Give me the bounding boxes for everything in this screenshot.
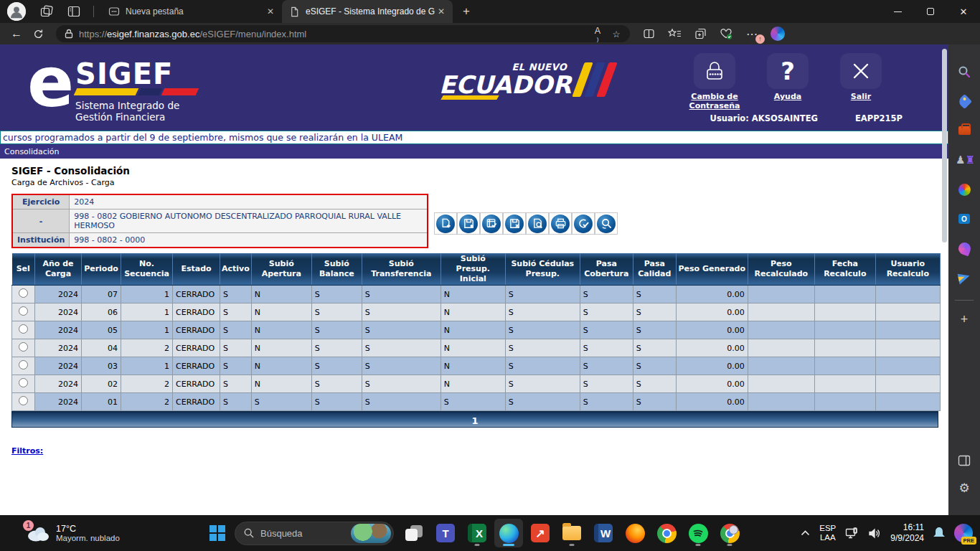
tab-close-icon[interactable]: ✕ <box>435 6 447 17</box>
edge-taskbar-icon[interactable] <box>494 519 523 547</box>
taskbar-search[interactable]: Búsqueda <box>235 522 394 545</box>
collections-icon[interactable] <box>692 25 709 42</box>
tab-esigef[interactable]: eSIGEF - Sistema Integrado de G ✕ <box>282 0 453 23</box>
table-cell <box>814 393 875 411</box>
search-icon[interactable] <box>956 63 973 80</box>
table-cell: N <box>251 339 311 357</box>
exit-button[interactable]: Salir <box>834 53 888 110</box>
excel-taskbar-icon[interactable]: X <box>463 519 491 547</box>
tray-chevron-icon[interactable] <box>801 530 810 536</box>
column-header: Subió Presup. Inicial <box>440 253 505 286</box>
print-button[interactable] <box>549 212 572 235</box>
word-taskbar-icon[interactable]: W <box>589 519 618 547</box>
chrome-taskbar-icon[interactable] <box>652 519 681 547</box>
consult-search-button[interactable] <box>595 212 618 235</box>
table-cell <box>748 339 814 357</box>
back-icon[interactable]: ← <box>6 24 27 43</box>
spotify-taskbar-icon[interactable] <box>684 519 712 547</box>
filters-link[interactable]: Filtros: <box>11 446 43 456</box>
drop-icon[interactable] <box>956 269 973 286</box>
row-select-radio[interactable] <box>19 360 28 369</box>
file-explorer-taskbar-icon[interactable] <box>557 519 586 547</box>
row-select-radio[interactable] <box>19 306 28 316</box>
form-value: 2024 <box>70 194 428 209</box>
page-scrollbar[interactable] <box>942 49 947 242</box>
copilot-taskbar-icon[interactable]: PRE <box>954 524 973 542</box>
browser-profile-avatar[interactable] <box>7 2 26 21</box>
column-header: Pasa Calidad <box>633 253 676 286</box>
table-cell: 01 <box>82 393 121 411</box>
breadcrumb: Carga de Archivos - Carga <box>11 178 948 187</box>
games-icon[interactable]: ♟♜ <box>956 151 973 169</box>
address-bar[interactable]: https://esigef.finanzas.gob.ec/eSIGEF/me… <box>56 25 630 42</box>
table-cell: 1 <box>121 303 173 321</box>
pagination-bar[interactable]: 1 <box>11 411 938 428</box>
table-cell: S <box>220 321 252 339</box>
sidebar-panel-icon[interactable] <box>956 452 973 469</box>
task-view-taskbar-icon[interactable] <box>400 519 428 547</box>
firefox-taskbar-icon[interactable] <box>621 519 649 547</box>
preview-detail-button[interactable] <box>526 212 549 235</box>
vertical-tabs-icon[interactable] <box>63 2 85 21</box>
row-select-radio[interactable] <box>19 288 28 298</box>
save-upload-button[interactable] <box>457 212 480 235</box>
maximize-button[interactable] <box>914 0 947 23</box>
table-cell: S <box>505 321 580 339</box>
notification-bell-icon[interactable] <box>933 527 945 539</box>
table-cell: 02 <box>82 375 121 393</box>
taskbar-weather-widget[interactable]: 1 17°C Mayorm. nublado <box>26 522 120 544</box>
tabstrip-divider <box>93 6 94 17</box>
clock[interactable]: 16:11 9/9/2024 <box>890 522 924 544</box>
volume-icon[interactable] <box>868 528 881 539</box>
split-screen-icon[interactable] <box>640 25 657 42</box>
nitro-pdf-taskbar-icon[interactable]: ↗ <box>526 519 555 547</box>
start-button[interactable] <box>203 519 232 547</box>
more-menu-icon[interactable]: ⋯↑ <box>743 25 760 42</box>
help-button[interactable]: ? Ayuda <box>760 53 815 110</box>
table-cell: S <box>633 321 676 339</box>
tab-close-icon[interactable]: ✕ <box>265 6 276 17</box>
table-cell: S <box>311 357 362 375</box>
browser-essentials-icon[interactable] <box>717 25 735 42</box>
row-select-radio[interactable] <box>19 342 28 352</box>
table-cell <box>875 357 940 375</box>
create-record-button[interactable] <box>434 212 457 235</box>
close-button[interactable]: ✕ <box>947 0 980 23</box>
form-label: Institución <box>12 233 70 248</box>
outlook-icon[interactable]: O <box>956 210 973 227</box>
tab-nueva-pestana[interactable]: Nueva pestaña ✕ <box>101 1 282 22</box>
copilot-icon[interactable] <box>769 25 786 42</box>
change-password-label: Cambio deContraseña <box>687 92 742 110</box>
refresh-icon[interactable] <box>27 24 49 43</box>
validate-form-button[interactable] <box>480 212 503 235</box>
table-cell: S <box>505 303 580 321</box>
toolbox-icon[interactable] <box>956 122 973 139</box>
minimize-button[interactable] <box>881 0 914 23</box>
table-cell <box>875 286 940 303</box>
designer-icon[interactable] <box>956 240 973 257</box>
person-icon <box>7 2 26 21</box>
language-indicator[interactable]: ESP LAA <box>819 524 836 542</box>
tab-actions-icon[interactable] <box>36 2 57 21</box>
network-icon[interactable] <box>845 527 859 540</box>
sidebar-add-icon[interactable]: + <box>956 311 973 328</box>
row-select-radio[interactable] <box>19 378 28 387</box>
shopping-icon[interactable] <box>956 93 973 110</box>
new-tab-button[interactable]: + <box>457 3 476 20</box>
favorite-star-icon[interactable]: ☆ <box>607 26 626 42</box>
delete-record-button[interactable] <box>503 212 526 235</box>
table-cell: 0.00 <box>676 339 748 357</box>
table-cell: S <box>362 357 440 375</box>
copilot-pre-badge: PRE <box>961 537 976 545</box>
chrome-profile-taskbar-icon[interactable] <box>715 519 744 547</box>
settings-icon[interactable]: ⚙ <box>956 479 973 496</box>
teams-taskbar-icon[interactable]: T <box>431 519 460 547</box>
row-select-radio[interactable] <box>19 396 28 405</box>
change-password-button[interactable]: Cambio deContraseña <box>687 53 742 110</box>
read-aloud-icon[interactable]: A) <box>588 26 607 42</box>
microsoft-365-icon[interactable] <box>956 181 973 198</box>
favorites-list-icon[interactable] <box>666 25 683 42</box>
approve-check-button[interactable] <box>572 212 595 235</box>
menu-consolidacion[interactable]: Consolidación <box>0 144 948 159</box>
row-select-radio[interactable] <box>19 324 28 334</box>
